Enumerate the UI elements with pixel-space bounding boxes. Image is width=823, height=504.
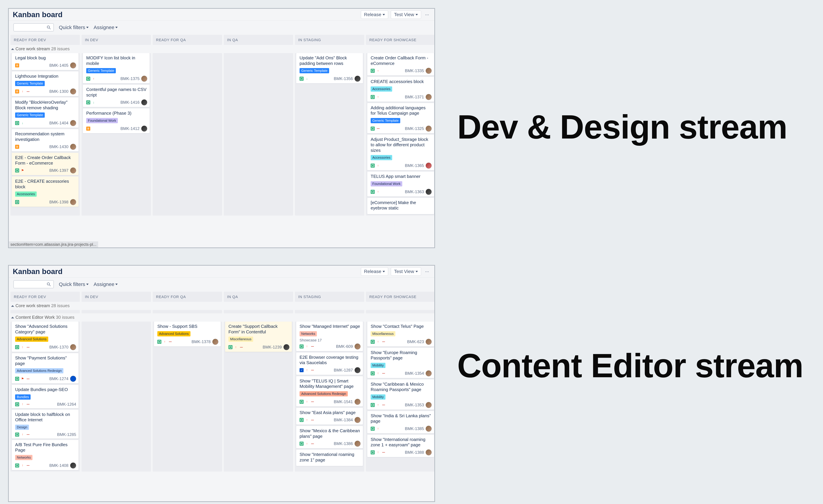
avatar[interactable]: [70, 62, 76, 68]
avatar[interactable]: [70, 120, 76, 126]
kanban-column[interactable]: Create "Support Callback Form" in Conten…: [224, 322, 293, 472]
avatar[interactable]: [426, 126, 432, 132]
issue-key[interactable]: BMK-1354: [405, 371, 424, 376]
kanban-column[interactable]: [153, 53, 222, 215]
issue-key[interactable]: BMK-1371: [405, 95, 424, 99]
avatar[interactable]: [426, 339, 432, 345]
kanban-card[interactable]: E2E Browser coverage testing via Saucela…: [296, 352, 363, 375]
swimlane-header[interactable]: Content Editor Work 30 issues: [9, 313, 434, 322]
avatar[interactable]: [70, 344, 76, 350]
issue-key[interactable]: BMK-1365: [405, 163, 424, 168]
avatar[interactable]: [354, 343, 361, 349]
kanban-card[interactable]: E2E - Create Order Callback Form - eComm…: [12, 153, 78, 175]
kanban-card[interactable]: [eCommerce] Make the eyebrow static: [367, 198, 434, 214]
avatar[interactable]: [426, 68, 432, 74]
kanban-card[interactable]: Show "Payment Solutions" pageAdvanced So…: [12, 353, 78, 383]
avatar[interactable]: [426, 94, 432, 100]
avatar[interactable]: [426, 449, 432, 456]
assignee-dropdown[interactable]: Assignee: [94, 282, 118, 287]
kanban-card[interactable]: Create Order Callback Form - eCommerce B…: [367, 53, 434, 75]
avatar[interactable]: [284, 344, 290, 350]
kanban-card[interactable]: Show "Managed Internet" pageNetworksShow…: [296, 322, 363, 351]
avatar[interactable]: [426, 370, 432, 376]
avatar[interactable]: [141, 126, 147, 132]
issue-key[interactable]: BMK-1335: [405, 68, 424, 73]
kanban-card[interactable]: Update "Add Ons" Block padding between r…: [296, 53, 363, 83]
kanban-card[interactable]: Adding additional languages for Telus Ca…: [367, 103, 434, 133]
issue-key[interactable]: BMK-1388: [405, 450, 424, 455]
kanban-card[interactable]: Modify "BlockHeroOverlay" Block remove s…: [12, 98, 78, 128]
issue-key[interactable]: BMK-1384: [334, 417, 353, 422]
more-button[interactable]: ···: [424, 268, 430, 275]
avatar[interactable]: [354, 76, 361, 82]
kanban-column[interactable]: Show - Support SBSAdvanced Solutions BMK…: [153, 322, 222, 472]
issue-key[interactable]: BMK-623: [407, 339, 424, 344]
issue-key[interactable]: BMK-1405: [49, 63, 68, 68]
avatar[interactable]: [70, 199, 76, 205]
kanban-column[interactable]: Create Order Callback Form - eCommerce B…: [366, 53, 435, 215]
issue-key[interactable]: BMK-1287: [334, 368, 353, 372]
kanban-card[interactable]: Show "Advanced Solutions Category" pageA…: [12, 322, 78, 352]
kanban-card[interactable]: Show "TELUS IQ | Smart Mobility Manageme…: [296, 376, 363, 406]
more-button[interactable]: ···: [424, 11, 430, 18]
avatar[interactable]: [70, 167, 76, 173]
kanban-card[interactable]: Create "Support Callback Form" in Conten…: [225, 322, 292, 352]
issue-key[interactable]: BMK-1386: [334, 441, 353, 446]
avatar[interactable]: [354, 399, 361, 405]
kanban-card[interactable]: Show "Mexico & the Caribbean plans" page…: [296, 426, 363, 448]
release-button[interactable]: Release: [361, 267, 388, 276]
kanban-card[interactable]: E2E - CREATE accessories blockAccessorie…: [12, 177, 78, 207]
assignee-dropdown[interactable]: Assignee: [94, 24, 118, 30]
kanban-card[interactable]: Show "Caribbean & Mexico Roaming Passpor…: [367, 379, 434, 410]
issue-key[interactable]: BMK-1398: [49, 200, 68, 204]
avatar[interactable]: [426, 426, 432, 432]
kanban-column[interactable]: Update "Add Ons" Block padding between r…: [295, 53, 364, 215]
issue-key[interactable]: BMK-1356: [334, 76, 353, 81]
issue-key[interactable]: BMK-1385: [405, 426, 424, 431]
issue-key[interactable]: BMK-1378: [192, 339, 211, 344]
issue-key[interactable]: BMK-1397: [49, 168, 68, 173]
issue-key[interactable]: BMK-609: [336, 344, 353, 349]
issue-key[interactable]: BMK-1239: [263, 345, 282, 349]
kanban-card[interactable]: Update Bundles page-SEOBundles BMK-1264: [12, 385, 78, 408]
kanban-column[interactable]: Legal block bug BMK-1405 Lighthouse Inte…: [10, 53, 80, 215]
kanban-card[interactable]: Show "India & Sri Lanka plans" page BMK-…: [367, 411, 434, 434]
quick-filters-dropdown[interactable]: Quick filters: [59, 282, 89, 287]
kanban-card[interactable]: Update block to halfblock on Office Inte…: [12, 410, 78, 439]
avatar[interactable]: [354, 367, 361, 373]
kanban-card[interactable]: Show "East Asia plans" page BMK-1384: [296, 408, 363, 425]
kanban-card[interactable]: Legal block bug BMK-1405: [12, 53, 78, 70]
avatar[interactable]: [426, 163, 432, 169]
test-view-button[interactable]: Test View: [391, 10, 421, 19]
kanban-card[interactable]: Show "Contact Telus" PageMiscellaneous B…: [367, 322, 434, 346]
kanban-card[interactable]: Adjust Product_Storage block to allow fo…: [367, 135, 434, 170]
issue-key[interactable]: BMK-1285: [57, 432, 76, 437]
kanban-column[interactable]: [224, 53, 293, 215]
issue-key[interactable]: BMK-1353: [405, 402, 424, 407]
kanban-card[interactable]: Recommendation system investigation BMK-…: [12, 129, 78, 152]
issue-key[interactable]: BMK-1264: [57, 402, 76, 407]
kanban-column[interactable]: MODIFY Icon list block in mobileGeneric …: [81, 53, 151, 215]
issue-key[interactable]: BMK-1404: [49, 121, 68, 125]
issue-key[interactable]: BMK-1416: [121, 100, 140, 105]
kanban-card[interactable]: Show "International roaming zone 1" page: [296, 450, 363, 466]
swimlane-header[interactable]: Core work stream 28 issues: [9, 302, 434, 310]
issue-key[interactable]: BMK-1412: [121, 126, 140, 131]
avatar[interactable]: [426, 402, 432, 408]
avatar[interactable]: [70, 376, 76, 382]
kanban-card[interactable]: Show "International roaming zone 1 + eas…: [367, 435, 434, 457]
release-button[interactable]: Release: [361, 10, 388, 19]
search-input[interactable]: [13, 280, 54, 288]
issue-key[interactable]: BMK-1274: [49, 376, 68, 381]
kanban-card[interactable]: Show "Europe Roaming Passports" pageMobi…: [367, 348, 434, 378]
avatar[interactable]: [354, 417, 361, 423]
kanban-card[interactable]: Contentful page names to CSV script BMK-…: [83, 85, 150, 107]
avatar[interactable]: [141, 76, 147, 82]
kanban-card[interactable]: Performance (Phase 3)Foundational Work B…: [83, 109, 150, 133]
kanban-card[interactable]: Show - Support SBSAdvanced Solutions BMK…: [154, 322, 221, 346]
issue-key[interactable]: BMK-1541: [334, 399, 353, 404]
swimlane-header[interactable]: Core work stream 28 issues: [9, 45, 434, 53]
issue-key[interactable]: BMK-1408: [49, 463, 68, 468]
avatar[interactable]: [212, 339, 218, 345]
kanban-column[interactable]: Show "Contact Telus" PageMiscellaneous B…: [366, 322, 435, 472]
